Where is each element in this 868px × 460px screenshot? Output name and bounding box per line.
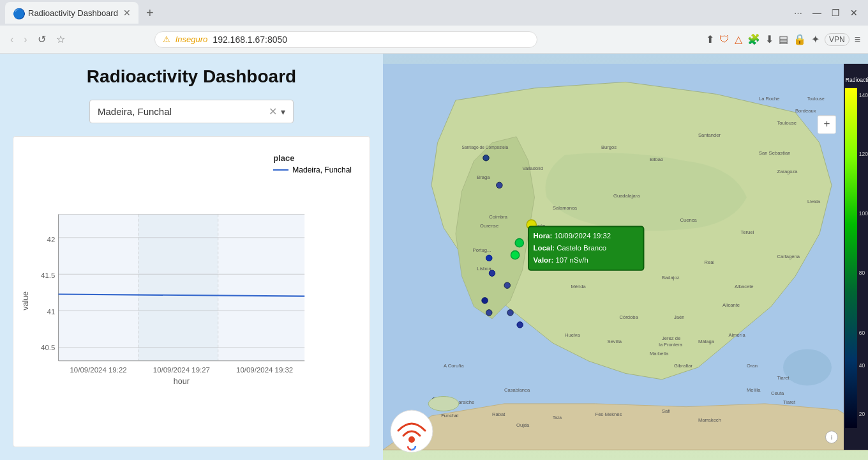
- address-bar[interactable]: ⚠ Inseguro 192.168.1.67:8050: [154, 31, 537, 48]
- x-axis-title: hour: [174, 377, 190, 386]
- map-dot-faro[interactable]: [482, 298, 488, 304]
- svg-text:Jerez de: Jerez de: [662, 335, 680, 341]
- svg-text:Toulouse: Toulouse: [807, 96, 825, 101]
- new-tab-button[interactable]: +: [141, 3, 159, 23]
- svg-text:Toulouse: Toulouse: [777, 120, 797, 126]
- svg-text:Teruel: Teruel: [741, 229, 754, 235]
- svg-text:Rabat: Rabat: [492, 411, 505, 417]
- svg-text:Oran: Oran: [747, 363, 758, 369]
- main-area: Radioactivity Dashboard Madeira, Funchal…: [0, 54, 868, 460]
- svg-text:Córdoba: Córdoba: [620, 314, 639, 320]
- svg-text:Oujda: Oujda: [516, 422, 530, 428]
- menu-button[interactable]: ≡: [855, 34, 860, 45]
- svg-text:Bilbao: Bilbao: [650, 157, 663, 162]
- location-dropdown[interactable]: Madeira, Funchal ✕ ▾: [89, 100, 294, 123]
- refresh-button[interactable]: ↺: [35, 31, 49, 48]
- browser-chrome: 🔵 Radioactivity Dashboard ✕ + ⋯ — ❐ ✕ ‹ …: [0, 0, 868, 54]
- svg-point-13: [783, 349, 832, 385]
- svg-rect-68: [818, 116, 836, 116]
- download-icon[interactable]: ⬇: [765, 33, 774, 45]
- nav-bar: ‹ › ↺ ☆ ⚠ Inseguro 192.168.1.67:8050 ⬆ 🛡…: [0, 26, 868, 54]
- svg-text:Taza: Taza: [553, 415, 562, 420]
- svg-text:Tiaret: Tiaret: [777, 375, 790, 381]
- svg-text:Salamanca: Salamanca: [553, 205, 578, 211]
- svg-text:Burgos: Burgos: [601, 144, 617, 150]
- brave-shield-icon[interactable]: 🛡: [719, 34, 730, 45]
- map-dot-cadiz[interactable]: [517, 322, 523, 328]
- map-dot-beja[interactable]: [504, 282, 511, 289]
- svg-text:Lisboa: Lisboa: [477, 266, 491, 272]
- dropdown-clear-button[interactable]: ✕: [269, 105, 277, 118]
- svg-text:Ceuta: Ceuta: [771, 390, 784, 396]
- svg-text:Braga: Braga: [477, 174, 490, 180]
- svg-text:Lleida: Lleida: [807, 199, 821, 204]
- security-label: Inseguro: [176, 34, 208, 44]
- map-dot-huelva[interactable]: [486, 310, 493, 316]
- app-logo: [389, 409, 434, 454]
- x-tick-1: 10/09/2024 19:22: [70, 366, 126, 374]
- security-warning-icon: ⚠: [163, 34, 170, 44]
- chart-container: place Madeira, Funchal value: [13, 136, 370, 447]
- dropdown-arrow-icon[interactable]: ▾: [281, 107, 285, 117]
- bookmark-button[interactable]: ☆: [54, 31, 68, 48]
- svg-text:Alicante: Alicante: [722, 302, 740, 308]
- tab-close-button[interactable]: ✕: [123, 8, 131, 18]
- svg-text:Ourense: Ourense: [480, 223, 498, 229]
- tab-favicon: 🔵: [13, 8, 23, 18]
- active-tab[interactable]: 🔵 Radioactivity Dashboard ✕: [5, 2, 138, 24]
- window-maximize-button[interactable]: ❐: [832, 8, 840, 18]
- map-area: Braga Coimbra Portug... Lisboa Valladoli…: [383, 54, 868, 460]
- svg-rect-2: [218, 214, 305, 360]
- leo-ai-icon[interactable]: ✦: [811, 33, 819, 45]
- tab-title: Radioactivity Dashboard: [28, 8, 118, 18]
- extensions-icon[interactable]: 🧩: [747, 33, 760, 45]
- map-dot-castelo-branco[interactable]: [515, 239, 523, 247]
- svg-text:Gibraltar: Gibraltar: [674, 363, 693, 369]
- colorbar-label-80: 80: [859, 270, 865, 277]
- forward-button[interactable]: ›: [21, 31, 29, 48]
- sidebar-icon[interactable]: ▤: [779, 33, 788, 45]
- window-minimize-button[interactable]: —: [812, 8, 821, 18]
- svg-text:Fès-Meknès: Fès-Meknès: [595, 411, 622, 417]
- y-tick-41: 41: [47, 308, 56, 316]
- map-dot-porto[interactable]: [497, 182, 503, 188]
- svg-text:Casablanca: Casablanca: [504, 387, 530, 393]
- brave-rewards-icon[interactable]: △: [735, 33, 742, 45]
- svg-text:Mérida: Mérida: [571, 284, 587, 289]
- map-dot-lisboa[interactable]: [489, 270, 495, 277]
- nav-icons: ⬆ 🛡 △ 🧩 ⬇ ▤ 🔒 ✦ VPN ≡: [706, 33, 860, 46]
- back-button[interactable]: ‹: [8, 31, 16, 48]
- svg-text:Huelva: Huelva: [565, 332, 580, 338]
- legend-item: Madeira, Funchal: [273, 165, 352, 174]
- map-dot-2[interactable]: [511, 251, 519, 259]
- svg-text:Málaga: Málaga: [698, 339, 715, 344]
- x-tick-2: 10/09/2024 19:27: [153, 366, 210, 374]
- svg-text:Safi: Safi: [662, 408, 670, 414]
- x-tick-3: 10/09/2024 19:32: [236, 366, 293, 374]
- svg-text:Real: Real: [705, 259, 715, 265]
- svg-text:Zaragoza: Zaragoza: [777, 169, 798, 174]
- map-dot-setubal[interactable]: [486, 255, 493, 261]
- y-tick-40-5: 40.5: [41, 344, 55, 351]
- share-icon[interactable]: ⬆: [706, 33, 714, 45]
- chart-svg: value: [19, 147, 364, 441]
- y-tick-42: 42: [47, 236, 56, 243]
- map-dot-braga[interactable]: [483, 155, 490, 161]
- tooltip-hora-label: Hora: 10/09/2024 19:32: [534, 233, 611, 240]
- window-close-button[interactable]: ✕: [850, 8, 858, 18]
- svg-text:Cartagena: Cartagena: [777, 254, 800, 259]
- dropdown-selected-value: Madeira, Funchal: [98, 106, 269, 117]
- colorbar-label-120: 120: [859, 151, 868, 157]
- vpn-button[interactable]: VPN: [825, 33, 849, 46]
- colorbar-title: Radioactivity: [846, 77, 868, 83]
- svg-text:Badajoz: Badajoz: [662, 275, 680, 280]
- svg-text:Marbella: Marbella: [650, 351, 669, 356]
- wallet-icon[interactable]: 🔒: [793, 33, 806, 45]
- svg-text:Tiaret: Tiaret: [783, 399, 796, 405]
- colorbar-label-60: 60: [859, 330, 865, 336]
- y-tick-41-5: 41.5: [41, 272, 55, 279]
- map-dot-sevilla[interactable]: [507, 310, 514, 316]
- svg-text:Santiago de Compostela: Santiago de Compostela: [462, 145, 509, 150]
- svg-text:la Frontera: la Frontera: [659, 342, 682, 348]
- window-settings-icon[interactable]: ⋯: [794, 8, 802, 18]
